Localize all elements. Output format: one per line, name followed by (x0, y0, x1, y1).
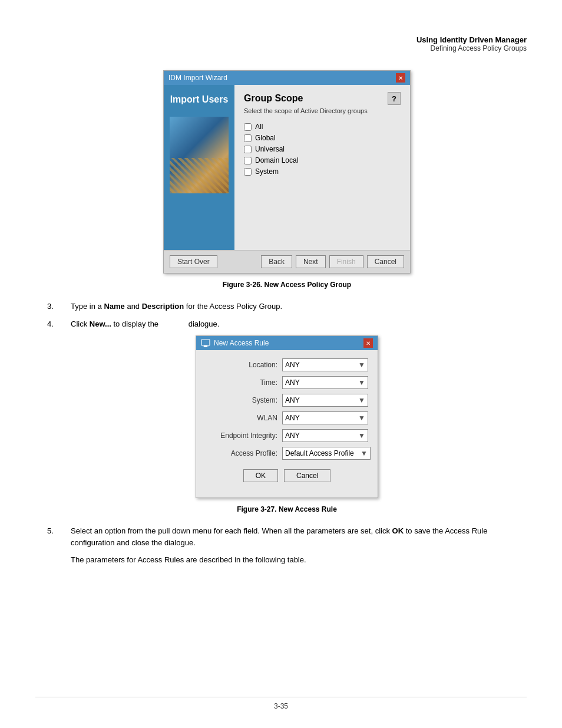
checkbox-domain-local[interactable]: Domain Local (244, 156, 401, 164)
footer-line (35, 697, 527, 697)
access-rule-close-button[interactable]: ✕ (363, 338, 373, 348)
page-header: Using Identity Driven Manager Defining A… (47, 35, 527, 52)
access-rule-titlebar-left: New Access Rule (201, 339, 269, 347)
checkbox-all-input[interactable] (244, 123, 252, 131)
checkbox-system-label: System (255, 167, 279, 176)
step4-number: 4. (47, 318, 71, 330)
cancel-button-access[interactable]: Cancel (284, 469, 330, 482)
step3-number: 3. (47, 301, 71, 312)
next-button[interactable]: Next (296, 255, 326, 268)
checkbox-group: All Global Universal Domain Local (244, 123, 401, 176)
wizard-titlebar: IDM Import Wizard ✕ (164, 71, 410, 85)
step4-content: Click New... to display the dialogue. (71, 318, 527, 330)
svg-rect-2 (203, 347, 209, 347)
access-rule-dialog: New Access Rule ✕ Location: ANY ▼ Time: (196, 335, 378, 498)
wizard-content-title: Group Scope (244, 93, 368, 104)
step3-bold-desc: Description (142, 302, 184, 311)
field-label-wlan: WLAN (206, 414, 282, 422)
monitor-icon (201, 339, 210, 347)
step5-bold-ok: OK (392, 526, 404, 535)
field-select-location[interactable]: ANY ▼ (282, 358, 368, 371)
field-row-wlan: WLAN ANY ▼ (206, 411, 368, 424)
ok-button[interactable]: OK (243, 469, 278, 482)
field-select-endpoint[interactable]: ANY ▼ (282, 429, 368, 442)
field-row-time: Time: ANY ▼ (206, 376, 368, 389)
checkbox-universal[interactable]: Universal (244, 145, 401, 153)
access-rule-footer: OK Cancel (206, 465, 368, 489)
wizard-sidebar-title: Import Users (170, 94, 229, 105)
field-select-wlan[interactable]: ANY ▼ (282, 411, 368, 424)
figure1-caption-text: Figure 3-26. New Access Policy Group (223, 281, 351, 289)
wizard-content-subtitle: Select the scope of Active Directory gro… (244, 107, 368, 114)
figure2-caption: Figure 3-27. New Access Rule (47, 505, 527, 513)
figure1-container: IDM Import Wizard ✕ Import Users Group S… (47, 70, 527, 274)
access-rule-titlebar: New Access Rule ✕ (196, 336, 378, 350)
start-over-button[interactable]: Start Over (170, 255, 217, 268)
wizard-footer-right: Back Next Finish Cancel (261, 255, 404, 268)
checkbox-all[interactable]: All (244, 123, 401, 131)
wizard-close-button[interactable]: ✕ (396, 73, 405, 83)
field-label-time: Time: (206, 378, 282, 387)
checkbox-global-label: Global (255, 134, 276, 142)
field-row-system: System: ANY ▼ (206, 394, 368, 407)
checkbox-system-input[interactable] (244, 168, 252, 176)
checkbox-all-label: All (255, 123, 263, 131)
field-value-location: ANY (285, 361, 300, 369)
checkbox-system[interactable]: System (244, 167, 401, 176)
wizard-dialog: IDM Import Wizard ✕ Import Users Group S… (163, 70, 411, 274)
field-value-wlan: ANY (285, 414, 300, 422)
field-row-location: Location: ANY ▼ (206, 358, 368, 371)
step5-number: 5. (47, 525, 71, 548)
field-label-location: Location: (206, 361, 282, 369)
field-label-system: System: (206, 396, 282, 404)
checkbox-domain-local-input[interactable] (244, 157, 252, 164)
field-value-access-profile: Default Access Profile (285, 449, 354, 457)
field-select-access-profile[interactable]: Default Access Profile ▼ (282, 447, 371, 460)
dropdown-arrow-access-profile: ▼ (361, 449, 368, 457)
step4: 4. Click New... to display the dialogue. (47, 318, 527, 330)
field-select-system[interactable]: ANY ▼ (282, 394, 368, 407)
dropdown-arrow-location: ▼ (358, 361, 365, 369)
svg-rect-0 (201, 340, 210, 345)
dropdown-arrow-wlan: ▼ (358, 414, 365, 422)
header-subtitle: Defining Access Policy Groups (47, 44, 527, 52)
field-value-time: ANY (285, 378, 300, 387)
access-rule-body: Location: ANY ▼ Time: ANY ▼ System (196, 350, 378, 498)
field-row-access-profile: Access Profile: Default Access Profile ▼ (206, 447, 368, 460)
header-title: Using Identity Driven Manager (47, 35, 527, 44)
wizard-title: IDM Import Wizard (168, 74, 227, 82)
step3-content: Type in a Name and Description for the A… (71, 301, 527, 312)
page-number: 3-35 (274, 702, 288, 710)
checkbox-global-input[interactable] (244, 134, 252, 142)
back-button[interactable]: Back (261, 255, 292, 268)
dropdown-arrow-system: ▼ (358, 396, 365, 404)
cancel-button[interactable]: Cancel (367, 255, 404, 268)
checkbox-global[interactable]: Global (244, 134, 401, 142)
step3: 3. Type in a Name and Description for th… (47, 301, 527, 312)
checkbox-domain-local-label: Domain Local (255, 156, 298, 164)
dropdown-arrow-time: ▼ (358, 378, 365, 387)
access-rule-title: New Access Rule (214, 339, 269, 347)
checkbox-universal-input[interactable] (244, 146, 252, 153)
page-container: Using Identity Driven Manager Defining A… (0, 0, 562, 728)
step5: 5. Select an option from the pull down m… (47, 525, 527, 548)
field-label-endpoint: Endpoint Integrity: (206, 431, 282, 440)
step3-bold-name: Name (104, 302, 124, 311)
wizard-body: Import Users Group Scope Select the scop… (164, 85, 410, 250)
wizard-footer-left: Start Over (170, 255, 217, 268)
wizard-sidebar: Import Users (164, 85, 234, 250)
field-label-access-profile: Access Profile: (206, 449, 282, 457)
wizard-footer: Start Over Back Next Finish Cancel (164, 250, 410, 273)
page-footer: 3-35 (0, 697, 562, 710)
wizard-content: Group Scope Select the scope of Active D… (234, 85, 410, 250)
wizard-help-button[interactable]: ? (388, 92, 401, 105)
figure2-caption-text: Figure 3-27. New Access Rule (237, 505, 337, 513)
step5-content: Select an option from the pull down menu… (71, 525, 527, 548)
wizard-sidebar-image (170, 117, 229, 193)
field-row-endpoint: Endpoint Integrity: ANY ▼ (206, 429, 368, 442)
finish-button[interactable]: Finish (329, 255, 363, 268)
svg-rect-1 (204, 345, 207, 347)
field-select-time[interactable]: ANY ▼ (282, 376, 368, 389)
figure1-caption: Figure 3-26. New Access Policy Group (47, 281, 527, 289)
checkbox-universal-label: Universal (255, 145, 285, 153)
